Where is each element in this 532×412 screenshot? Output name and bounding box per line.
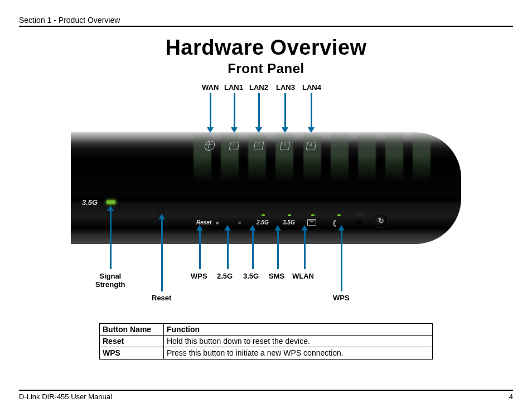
cell-reset-func: Hold this button down to reset the devic… bbox=[164, 336, 433, 347]
arrow-wlan bbox=[304, 230, 306, 269]
page-title: Hardware Overview bbox=[19, 36, 513, 60]
arrow-sms bbox=[277, 230, 279, 269]
wlan-waves-icon: (( bbox=[333, 219, 335, 227]
table-header-row: Button Name Function bbox=[100, 324, 433, 336]
arrow-25g bbox=[227, 230, 229, 269]
page-footer: D-Link DIR-455 User Manual 4 bbox=[19, 390, 513, 401]
label-wan: WAN bbox=[202, 83, 219, 92]
reset-pinhole[interactable] bbox=[160, 208, 163, 211]
cell-reset-name: Reset bbox=[100, 336, 164, 347]
arrow-lan3 bbox=[284, 93, 286, 128]
cell-wps-name: WPS bbox=[100, 347, 164, 359]
router-device-image: 1 2 3 4 3.5G Reset 2.5G 3.5G (( ↻ bbox=[71, 132, 461, 244]
sms-led bbox=[311, 214, 315, 216]
header-section: Section 1 - Product Overview bbox=[19, 16, 513, 27]
footer-product: D-Link DIR-455 User Manual bbox=[19, 392, 112, 401]
wps-button[interactable]: ↻ bbox=[375, 215, 387, 227]
lan4-icon: 4 bbox=[306, 142, 317, 151]
cell-wps-func: Press this button to initiate a new WPS … bbox=[164, 347, 433, 359]
wlan-led bbox=[337, 214, 341, 216]
wps-refresh-icon: ↻ bbox=[378, 217, 384, 225]
signal-strength-label: 3.5G bbox=[82, 198, 98, 207]
arrow-lan2 bbox=[258, 93, 260, 128]
g35-label: 3.5G bbox=[283, 219, 295, 226]
arrow-wan bbox=[210, 93, 211, 128]
label-wps-btn: WPS bbox=[333, 294, 350, 302]
page-subtitle: Front Panel bbox=[19, 61, 513, 76]
label-reset: Reset bbox=[152, 294, 171, 302]
table-row: WPS Press this button to initiate a new … bbox=[100, 347, 433, 359]
label-signal-strength: Signal Strength bbox=[95, 272, 125, 289]
header-function: Function bbox=[164, 324, 433, 336]
arrow-lan4 bbox=[311, 93, 312, 128]
hardware-diagram: WAN LAN1 LAN2 LAN3 LAN4 1 2 3 4 3.5G Res… bbox=[71, 83, 461, 323]
arrow-lan1 bbox=[234, 93, 235, 128]
arrow-reset bbox=[161, 219, 163, 291]
router-light-stripes bbox=[194, 132, 431, 183]
reset-indicator bbox=[216, 222, 219, 224]
label-lan1: LAN1 bbox=[224, 83, 243, 92]
wps-led bbox=[238, 222, 241, 224]
sms-envelope-icon bbox=[307, 219, 316, 226]
g35-led bbox=[288, 214, 291, 216]
signal-strength-led bbox=[107, 200, 115, 204]
label-lan2: LAN2 bbox=[249, 83, 268, 92]
arrow-wps-led bbox=[199, 230, 201, 269]
arrow-wps-btn bbox=[341, 230, 342, 291]
label-wlan: WLAN bbox=[292, 272, 314, 280]
arrow-signal bbox=[110, 210, 112, 269]
table-row: Reset Hold this button down to reset the… bbox=[100, 336, 433, 347]
g25-led bbox=[262, 214, 265, 216]
arrow-35g bbox=[252, 230, 254, 269]
label-wps-led: WPS bbox=[191, 272, 207, 280]
side-switch[interactable] bbox=[356, 213, 362, 224]
footer-page-number: 4 bbox=[509, 392, 513, 401]
lan1-icon: 1 bbox=[229, 142, 240, 151]
label-sms: SMS bbox=[269, 272, 284, 280]
label-lan4: LAN4 bbox=[302, 83, 321, 92]
label-lan3: LAN3 bbox=[276, 83, 295, 92]
button-function-table: Button Name Function Reset Hold this but… bbox=[99, 323, 433, 360]
lan2-icon: 2 bbox=[254, 142, 264, 151]
label-35g: 3.5G bbox=[243, 272, 259, 280]
label-25g: 2.5G bbox=[217, 272, 233, 280]
lan3-icon: 3 bbox=[280, 142, 291, 151]
g25-label: 2.5G bbox=[257, 219, 269, 226]
header-button-name: Button Name bbox=[100, 324, 164, 336]
